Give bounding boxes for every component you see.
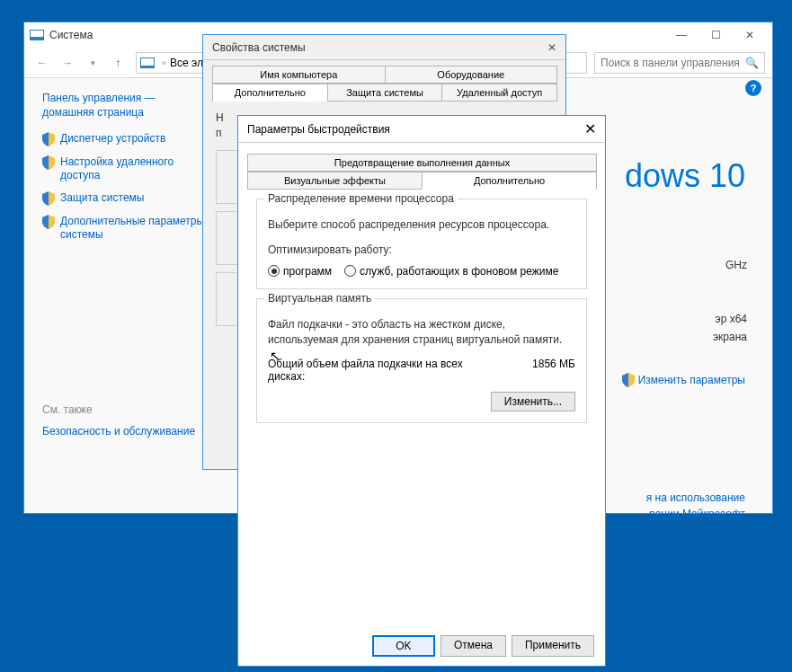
spec-line: эр x64 bbox=[716, 310, 747, 328]
help-icon[interactable]: ? bbox=[745, 80, 761, 96]
change-button[interactable]: Изменить... bbox=[491, 392, 575, 411]
minimize-button[interactable]: — bbox=[664, 25, 699, 45]
radio-icon bbox=[268, 265, 280, 277]
back-button[interactable]: ← bbox=[31, 52, 53, 74]
dialog-titlebar[interactable]: Свойства системы ✕ bbox=[203, 35, 565, 60]
radio-background-services[interactable]: служб, работающих в фоновом режиме bbox=[344, 265, 558, 278]
computer-icon bbox=[140, 57, 155, 68]
vm-total-label: Общий объем файла подкачки на всех диска… bbox=[268, 358, 466, 383]
tab-advanced[interactable]: Дополнительно bbox=[212, 84, 328, 102]
security-maintenance-link[interactable]: Безопасность и обслуживание bbox=[42, 425, 195, 438]
ok-button[interactable]: OK bbox=[372, 635, 435, 657]
tab-visual-effects[interactable]: Визуальные эффекты bbox=[247, 172, 423, 190]
nav-system-protection[interactable]: Защита системы bbox=[42, 191, 208, 206]
change-settings-link[interactable]: Изменить параметры bbox=[622, 373, 745, 387]
search-icon: 🔍 bbox=[745, 57, 759, 69]
nav-device-manager[interactable]: Диспетчер устройств bbox=[42, 132, 208, 146]
search-input[interactable]: Поиск в панели управления 🔍 bbox=[594, 52, 765, 74]
shield-icon bbox=[42, 191, 55, 206]
see-also-label: См. также bbox=[42, 403, 208, 416]
dialog-titlebar[interactable]: Параметры быстродействия ✕ bbox=[238, 116, 605, 143]
history-dropdown[interactable]: ▾ bbox=[82, 52, 103, 74]
spec-line: экрана bbox=[713, 328, 747, 346]
group-legend: Виртуальная память bbox=[264, 292, 375, 305]
radio-programs[interactable]: программ bbox=[268, 265, 332, 278]
maximize-button[interactable]: ☐ bbox=[699, 25, 733, 45]
cancel-button[interactable]: Отмена bbox=[440, 635, 506, 657]
dialog-title: Параметры быстродействия bbox=[247, 123, 390, 136]
search-placeholder: Поиск в панели управления bbox=[601, 57, 740, 69]
tab-advanced[interactable]: Дополнительно bbox=[422, 172, 597, 190]
spec-line: GHz bbox=[725, 256, 747, 274]
vm-desc: Файл подкачки - это область на жестком д… bbox=[268, 317, 575, 348]
tab-dep[interactable]: Предотвращение выполнения данных bbox=[247, 154, 597, 172]
optimize-label: Оптимизировать работу: bbox=[268, 243, 575, 256]
dialog-title: Свойства системы bbox=[212, 41, 306, 54]
group-legend: Распределение времени процессора bbox=[264, 192, 458, 205]
cpu-scheduling-group: Распределение времени процессора Выберит… bbox=[256, 199, 587, 289]
close-button[interactable]: ✕ bbox=[733, 25, 767, 45]
cpu-desc: Выберите способ распределения ресурсов п… bbox=[268, 217, 575, 233]
vm-total-value: 1856 МБ bbox=[532, 358, 575, 383]
tab-remote[interactable]: Удаленный доступ bbox=[441, 84, 557, 102]
windows-logo-text: dows 10 bbox=[625, 157, 745, 195]
chevron-right-icon: « bbox=[162, 58, 166, 67]
shield-icon bbox=[42, 155, 55, 170]
nav-remote-settings[interactable]: Настройка удаленного доступа bbox=[42, 155, 208, 182]
tab-hardware[interactable]: Оборудование bbox=[385, 66, 558, 84]
tab-protection[interactable]: Защита системы bbox=[327, 84, 443, 102]
performance-options-dialog: Параметры быстродействия ✕ Предотвращени… bbox=[237, 115, 606, 667]
close-icon[interactable]: ✕ bbox=[584, 120, 596, 137]
shield-icon bbox=[42, 132, 55, 146]
forward-button[interactable]: → bbox=[57, 52, 78, 74]
radio-icon bbox=[344, 265, 356, 277]
nav-advanced-system[interactable]: Дополнительные параметры системы bbox=[42, 215, 208, 242]
close-icon[interactable]: ✕ bbox=[547, 41, 556, 54]
shield-icon bbox=[622, 373, 635, 387]
license-links[interactable]: я на использование рации Майкрософт bbox=[646, 490, 745, 522]
up-button[interactable]: ↑ bbox=[107, 52, 129, 74]
control-panel-home-link[interactable]: Панель управления — домашняя страница bbox=[42, 91, 208, 119]
apply-button[interactable]: Применить bbox=[512, 635, 594, 657]
virtual-memory-group: Виртуальная память Файл подкачки - это о… bbox=[256, 298, 587, 424]
shield-icon bbox=[42, 215, 55, 229]
left-nav: Панель управления — домашняя страница Ди… bbox=[24, 78, 215, 513]
tab-computer-name[interactable]: Имя компьютера bbox=[212, 66, 386, 84]
computer-icon bbox=[30, 30, 44, 40]
